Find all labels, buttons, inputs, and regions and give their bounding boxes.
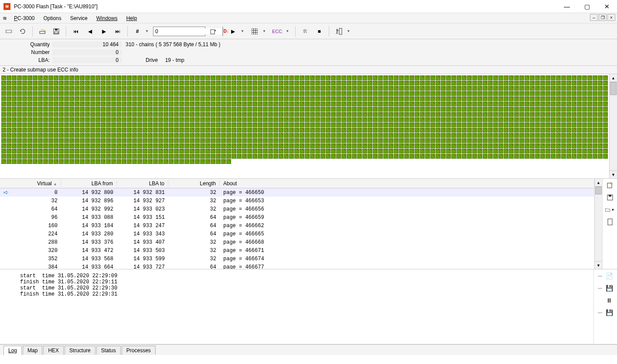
quantity-label: Quantity [0, 41, 52, 48]
scroll-thumb[interactable] [610, 82, 617, 95]
ecc-dropdown[interactable]: ▼ [286, 29, 292, 33]
svg-rect-8 [55, 32, 58, 34]
table-scrollbar[interactable]: ▲ ▼ [594, 179, 602, 269]
svg-line-18 [336, 32, 337, 34]
play-icon[interactable]: ▶ [227, 25, 239, 37]
log-new-icon[interactable]: 📄 [603, 271, 615, 281]
table-row[interactable]: ➪014 932 80014 932 83132page = 466650 [0, 188, 594, 197]
col-lba-from[interactable]: LBA from [61, 180, 117, 187]
table-row[interactable]: 3214 932 89614 932 92732page = 466653 [0, 197, 594, 205]
save-chip-icon[interactable] [50, 25, 62, 37]
block-map: ▲ ▼ [0, 74, 617, 179]
toolbar: ⏮ ◀ ▶ ⏭ # ▼ D↓ ▶ ▼ ▼ ECC ▼ 🛠 ■ ▼ [0, 24, 617, 39]
table-row[interactable]: 6414 932 99214 933 02332page = 466656 [0, 205, 594, 213]
current-row-icon: ➪ [3, 189, 9, 196]
chip-icon[interactable] [3, 25, 15, 37]
svg-rect-10 [252, 28, 258, 34]
quantity-extra: 310 - chains ( 5 357 568 Byte / 5,11 Mb … [126, 41, 220, 48]
table-scroll-down-icon[interactable]: ▼ [595, 261, 602, 269]
menubar: ≋ PC-3000 Options Service Windows Help –… [0, 13, 617, 24]
hash-icon[interactable]: # [131, 25, 143, 37]
block-map-grid[interactable] [0, 74, 609, 178]
hash-dropdown[interactable]: ▼ [145, 29, 151, 33]
lba-label: LBA: [0, 57, 52, 63]
open-chip-icon[interactable] [36, 25, 48, 37]
grid-dropdown[interactable]: ▼ [262, 29, 269, 33]
map-scrollbar[interactable]: ▲ ▼ [609, 74, 617, 178]
svg-rect-7 [55, 29, 58, 31]
tab-map[interactable]: Map [23, 346, 42, 355]
tab-status[interactable]: Status [96, 346, 121, 355]
table-body: ➪014 932 80014 932 83132page = 466650321… [0, 188, 594, 269]
tab-hex[interactable]: HEX [43, 346, 64, 355]
exit-dropdown[interactable]: ▼ [347, 29, 353, 33]
mdi-restore[interactable]: ❐ [599, 14, 607, 21]
tools-icon[interactable]: 🛠 [299, 25, 311, 37]
table-row[interactable]: 38414 933 66414 933 72764page = 466677 [0, 263, 594, 269]
mdi-minimize[interactable]: – [590, 14, 598, 21]
tab-processes[interactable]: Processes [122, 346, 156, 355]
scroll-up-icon[interactable]: ▲ [610, 74, 617, 82]
nav-first-icon[interactable]: ⏮ [70, 25, 82, 37]
side-save-icon[interactable] [605, 193, 615, 202]
quantity-value: 10 464 [52, 41, 122, 48]
table-scroll-thumb[interactable] [595, 187, 602, 194]
table-row[interactable]: 32014 933 47214 933 50332page = 466671 [0, 246, 594, 255]
export-icon[interactable] [207, 25, 219, 37]
stop-icon[interactable]: ■ [313, 25, 325, 37]
table-row[interactable]: 28814 933 37614 933 40732page = 466668 [0, 238, 594, 246]
nav-last-icon[interactable]: ⏭ [112, 25, 124, 37]
mdi-close[interactable]: × [607, 14, 615, 21]
col-about[interactable]: About [220, 180, 594, 187]
drive-label: Drive [146, 57, 158, 63]
side-doc-icon[interactable] [605, 217, 615, 227]
svg-rect-23 [609, 195, 611, 197]
minimize-button[interactable]: — [557, 0, 577, 13]
svg-rect-0 [6, 30, 11, 33]
log-save-icon[interactable]: 💾 [603, 283, 615, 293]
col-virtual[interactable]: Virtual ▲ [12, 180, 61, 187]
app-icon-small: ≋ [3, 15, 7, 21]
log-save2-icon[interactable]: 💾 [603, 308, 615, 317]
table-header: Virtual ▲ LBA from LBA to Length About [0, 179, 594, 188]
table-side-toolbar: ▼ [602, 179, 617, 269]
svg-line-19 [337, 32, 338, 34]
menu-service[interactable]: Service [67, 14, 91, 23]
close-button[interactable]: ✕ [597, 0, 617, 13]
side-open-icon[interactable]: ▼ [605, 205, 615, 214]
number-input[interactable]: D↓ [153, 27, 205, 36]
menu-options[interactable]: Options [40, 14, 65, 23]
menu-help[interactable]: Help [123, 14, 140, 23]
col-length[interactable]: Length [168, 180, 220, 187]
nav-prev-icon[interactable]: ◀ [84, 25, 96, 37]
ecc-label[interactable]: ECC [270, 29, 284, 34]
tab-log[interactable]: Log [3, 346, 22, 355]
col-lba-to[interactable]: LBA to [117, 180, 168, 187]
side-new-icon[interactable] [605, 180, 615, 190]
bottom-tabs: Log Map HEX Structure Status Processes [0, 344, 617, 355]
lba-value: 0 [52, 57, 122, 63]
app-icon: ≋ [3, 3, 10, 10]
menu-pc3000[interactable]: PC-3000 [10, 14, 38, 23]
table-section: Virtual ▲ LBA from LBA to Length About ➪… [0, 179, 617, 269]
exit-icon[interactable] [333, 25, 345, 37]
table-row[interactable]: 16014 933 18414 933 24764page = 466662 [0, 221, 594, 230]
grid-icon[interactable] [249, 25, 261, 37]
map-header: 2 - Create submap use ECC info [0, 66, 617, 74]
svg-rect-15 [339, 28, 342, 34]
tab-structure[interactable]: Structure [65, 346, 95, 355]
log-body: start time 31.05.2020 22:29:09 finish ti… [0, 269, 593, 344]
play-dropdown[interactable]: ▼ [241, 29, 247, 33]
nav-next-icon[interactable]: ▶ [98, 25, 110, 37]
menu-windows[interactable]: Windows [93, 14, 121, 23]
titlebar: ≋ PC-3000 Flash [Task - "E:\AU8910"] — ▢… [0, 0, 617, 13]
refresh-icon[interactable] [17, 25, 29, 37]
table-scroll-up-icon[interactable]: ▲ [595, 179, 602, 187]
log-pause-icon[interactable]: ⏸ [603, 296, 615, 305]
table-row[interactable]: 9614 933 08814 933 15164page = 466659 [0, 213, 594, 221]
maximize-button[interactable]: ▢ [577, 0, 597, 13]
scroll-down-icon[interactable]: ▼ [610, 170, 617, 178]
window-title: PC-3000 Flash [Task - "E:\AU8910"] [14, 3, 557, 10]
table-row[interactable]: 22414 933 28014 933 34364page = 466665 [0, 230, 594, 238]
table-row[interactable]: 35214 933 56814 933 59932page = 466674 [0, 255, 594, 263]
